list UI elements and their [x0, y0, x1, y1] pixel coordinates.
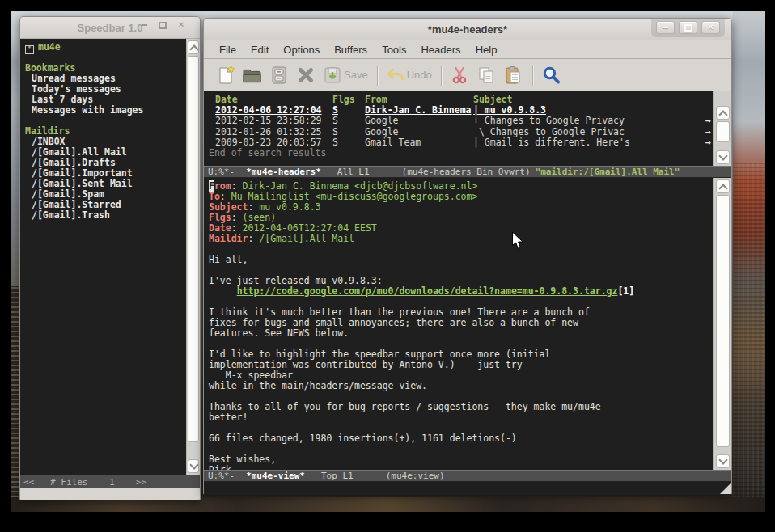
main-titlebar[interactable]: *mu4e-headers* ✕: [204, 19, 731, 40]
menu-buffers[interactable]: Buffers: [327, 42, 375, 57]
message-fields: From: Dirk-Jan C. Binnema <djcb@djcbsoft…: [209, 181, 713, 244]
new-document-icon: [215, 65, 236, 86]
scroll-down-icon[interactable]: [716, 454, 730, 468]
body-link-line: http://code.google.com/p/mu0/downloads/d…: [209, 286, 713, 297]
speedbar-window: Speedbar 1.0 ✕ *mu4e BookmarksUnread mes…: [19, 16, 201, 500]
undo-button[interactable]: Undo: [385, 65, 432, 86]
header-row[interactable]: 2012-01-26 01:32:25SGoogle \ Changes to …: [204, 127, 713, 137]
blank-line: [209, 244, 713, 255]
modeline-position: All L1: [337, 167, 370, 177]
message-field-subject: Subject: mu v0.9.8.3: [209, 202, 713, 213]
headers-modeline: U:%*- *mu4e-headers* All L1 (mu4e-header…: [204, 166, 731, 178]
open-folder-icon: [242, 65, 263, 86]
toolbar: Save Undo: [204, 59, 731, 91]
menu-edit[interactable]: Edit: [244, 42, 276, 57]
headers-scrollbar[interactable]: [713, 91, 731, 166]
menu-help[interactable]: Help: [468, 42, 505, 57]
window-resize-grip[interactable]: [720, 483, 731, 494]
search-icon: [540, 65, 561, 86]
paste-button[interactable]: [502, 65, 523, 86]
body-line: Best wishes,: [209, 454, 713, 465]
save-label: Save: [344, 69, 368, 81]
menu-headers[interactable]: Headers: [413, 42, 468, 57]
body-line: 66 files changed, 1980 insertions(+), 11…: [209, 433, 713, 444]
speedbar-statusline: << # Files 1 >>: [20, 475, 200, 488]
new-document-button[interactable]: [215, 65, 236, 86]
view-modeline: U:%*- *mu4e-view* Top L1 (mu4e:view): [204, 470, 731, 482]
wallpaper-buildings-left: [11, 286, 19, 512]
echo-area: [204, 482, 731, 495]
speedbar-item[interactable]: Messages with images: [25, 105, 186, 116]
column-date[interactable]: Date: [215, 95, 332, 105]
cut-button[interactable]: [449, 65, 470, 86]
scroll-up-icon[interactable]: [188, 40, 199, 54]
speedbar-titlebar[interactable]: Speedbar 1.0 ✕: [20, 17, 200, 39]
view-scroll-thumb[interactable]: [716, 195, 730, 447]
speedbar-maximize-button[interactable]: [155, 19, 170, 31]
menu-tools[interactable]: Tools: [375, 42, 413, 57]
file-cabinet-icon: [269, 65, 290, 86]
menu-bar: FileEditOptionsBuffersToolsHeadersHelp: [204, 40, 731, 59]
body-line: Dirk.: [209, 465, 713, 470]
modeline-modes: (mu4e-headers Bin Ovwrt): [402, 167, 531, 177]
speedbar-scroll-thumb[interactable]: [188, 56, 199, 442]
close-buffer-button[interactable]: [295, 65, 316, 86]
column-flgs[interactable]: Flgs: [332, 95, 365, 105]
speedbar-close-button[interactable]: ✕: [174, 19, 188, 31]
headers-column-row: Date Flgs From Subject: [204, 95, 713, 105]
speedbar-list: *mu4e BookmarksUnread messagesToday's me…: [20, 39, 186, 475]
column-subject[interactable]: Subject: [473, 95, 713, 105]
speedbar-root-item[interactable]: *mu4e: [25, 42, 186, 53]
headers-scroll-thumb[interactable]: [716, 121, 730, 142]
copy-icon: [476, 65, 497, 86]
header-row[interactable]: 2012-02-15 23:58:29SGoogle+ Changes to G…: [204, 116, 713, 126]
download-link[interactable]: http://code.google.com/p/mu0/downloads/d…: [237, 285, 618, 297]
save-icon: [322, 65, 343, 86]
scroll-down-icon[interactable]: [188, 459, 199, 473]
body-line: while in the main/headers/message view.: [209, 381, 713, 391]
speedbar-resize-grip[interactable]: [188, 488, 199, 499]
minimize-button[interactable]: [656, 21, 675, 34]
maximize-button[interactable]: [679, 21, 697, 34]
open-file-button[interactable]: [242, 65, 263, 86]
search-button[interactable]: [540, 65, 561, 86]
undo-label: Undo: [407, 69, 432, 81]
column-from[interactable]: From: [365, 95, 473, 105]
header-row[interactable]: 2012-04-06 12:27:04SDirk-Jan C. Binnema|…: [204, 105, 713, 116]
header-rows: 2012-04-06 12:27:04SDirk-Jan C. Binnema|…: [204, 105, 713, 148]
headers-pane: Date Flgs From Subject 2012-04-06 12:27:…: [204, 91, 713, 166]
paste-icon: [502, 65, 523, 86]
save-button[interactable]: Save: [322, 65, 368, 86]
speedbar-minimize-button[interactable]: [137, 19, 151, 31]
undo-icon: [385, 65, 406, 86]
delete-icon: [295, 65, 316, 86]
scroll-up-icon[interactable]: [716, 106, 730, 120]
body-line: better!: [209, 412, 713, 423]
menu-file[interactable]: File: [212, 42, 244, 57]
menu-options[interactable]: Options: [276, 42, 327, 57]
dired-button[interactable]: [269, 65, 290, 86]
scroll-down-icon[interactable]: [716, 150, 730, 164]
modeline-buffer-name: *mu4e-view*: [246, 471, 305, 481]
cut-icon: [449, 65, 470, 86]
headers-footer: End of search results: [204, 148, 713, 158]
toolbar-separator: [441, 65, 442, 86]
view-scrollbar[interactable]: [713, 178, 731, 470]
main-window-title: *mu4e-headers*: [428, 23, 507, 36]
truncation-arrow-icon: →: [705, 116, 713, 126]
body-line: Thanks to all of you for bug reports / s…: [209, 402, 713, 412]
body-line: Hi all,: [209, 255, 713, 265]
mu4e-headers-window: *mu4e-headers* ✕ FileEditOptionsBuffersT…: [203, 18, 732, 495]
speedbar-scrollbar[interactable]: [186, 39, 200, 475]
modeline-buffer-name: *mu4e-headers*: [246, 167, 321, 177]
scroll-up-icon[interactable]: [716, 179, 730, 193]
blank-line: [209, 444, 713, 454]
close-button[interactable]: ✕: [701, 21, 720, 34]
modeline-position: Top L1: [321, 471, 354, 481]
message-body: Hi all, I've just released mu v0.9.8.3: …: [209, 244, 713, 470]
copy-button[interactable]: [476, 65, 497, 86]
speedbar-item[interactable]: /[Gmail].Trash: [25, 210, 186, 221]
toolbar-separator: [532, 65, 533, 86]
body-line: features. See NEWS below.: [209, 328, 713, 339]
header-row[interactable]: 2009-03-23 20:03:57SGmail Team| Gmail is…: [204, 137, 713, 148]
